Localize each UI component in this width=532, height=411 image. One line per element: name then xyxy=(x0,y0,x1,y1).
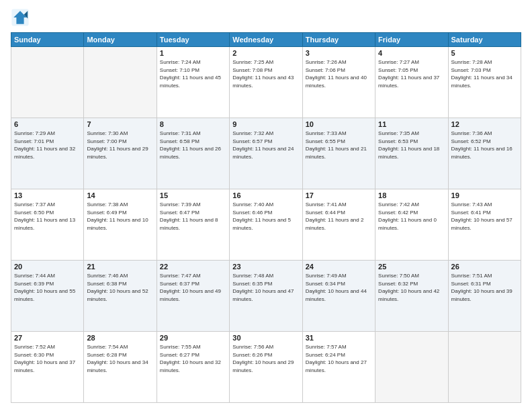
day-info: Sunrise: 7:47 AMSunset: 6:37 PMDaylight:… xyxy=(160,272,226,303)
day-number: 23 xyxy=(232,263,299,271)
page: Sunday Monday Tuesday Wednesday Thursday… xyxy=(0,0,532,411)
calendar-cell: 27Sunrise: 7:52 AMSunset: 6:30 PMDayligh… xyxy=(11,332,84,403)
calendar-cell: 29Sunrise: 7:55 AMSunset: 6:27 PMDayligh… xyxy=(157,332,229,403)
calendar-cell: 1Sunrise: 7:24 AMSunset: 7:10 PMDaylight… xyxy=(157,47,229,118)
day-number: 6 xyxy=(14,120,81,128)
day-number: 8 xyxy=(160,120,226,128)
day-number: 1 xyxy=(160,49,226,57)
day-info: Sunrise: 7:25 AMSunset: 7:08 PMDaylight:… xyxy=(232,58,299,89)
day-number: 19 xyxy=(451,191,518,199)
day-number: 18 xyxy=(378,191,445,199)
day-number: 2 xyxy=(232,49,299,57)
calendar-cell: 23Sunrise: 7:48 AMSunset: 6:35 PMDayligh… xyxy=(230,261,302,332)
calendar-cell: 9Sunrise: 7:32 AMSunset: 6:57 PMDaylight… xyxy=(230,118,302,189)
calendar-cell: 13Sunrise: 7:37 AMSunset: 6:50 PMDayligh… xyxy=(11,189,84,261)
day-info: Sunrise: 7:39 AMSunset: 6:47 PMDaylight:… xyxy=(160,201,226,232)
calendar-cell: 15Sunrise: 7:39 AMSunset: 6:47 PMDayligh… xyxy=(157,189,229,261)
calendar-cell xyxy=(375,332,448,403)
calendar-cell: 31Sunrise: 7:57 AMSunset: 6:24 PMDayligh… xyxy=(302,332,375,403)
day-number: 11 xyxy=(378,120,445,128)
calendar-cell: 7Sunrise: 7:30 AMSunset: 7:00 PMDaylight… xyxy=(84,118,157,189)
calendar-week-row: 1Sunrise: 7:24 AMSunset: 7:10 PMDaylight… xyxy=(11,47,521,118)
day-number: 9 xyxy=(232,120,299,128)
day-number: 15 xyxy=(160,191,226,199)
logo-icon xyxy=(11,8,30,27)
calendar: Sunday Monday Tuesday Wednesday Thursday… xyxy=(11,32,521,403)
col-tuesday: Tuesday xyxy=(157,33,229,47)
calendar-cell: 22Sunrise: 7:47 AMSunset: 6:37 PMDayligh… xyxy=(157,261,229,332)
calendar-cell: 18Sunrise: 7:42 AMSunset: 6:42 PMDayligh… xyxy=(375,189,448,261)
col-thursday: Thursday xyxy=(302,33,375,47)
calendar-cell: 11Sunrise: 7:35 AMSunset: 6:53 PMDayligh… xyxy=(375,118,448,189)
day-info: Sunrise: 7:46 AMSunset: 6:38 PMDaylight:… xyxy=(87,272,153,303)
calendar-cell: 19Sunrise: 7:43 AMSunset: 6:41 PMDayligh… xyxy=(448,189,521,261)
day-info: Sunrise: 7:26 AMSunset: 7:06 PMDaylight:… xyxy=(306,58,372,89)
calendar-cell: 4Sunrise: 7:27 AMSunset: 7:05 PMDaylight… xyxy=(375,47,448,118)
calendar-cell: 25Sunrise: 7:50 AMSunset: 6:32 PMDayligh… xyxy=(375,261,448,332)
col-saturday: Saturday xyxy=(448,33,521,47)
day-info: Sunrise: 7:54 AMSunset: 6:28 PMDaylight:… xyxy=(87,343,153,374)
day-number: 12 xyxy=(451,120,518,128)
calendar-header-row: Sunday Monday Tuesday Wednesday Thursday… xyxy=(11,33,521,47)
day-info: Sunrise: 7:41 AMSunset: 6:44 PMDaylight:… xyxy=(306,201,372,232)
day-info: Sunrise: 7:44 AMSunset: 6:39 PMDaylight:… xyxy=(14,272,81,303)
col-wednesday: Wednesday xyxy=(230,33,302,47)
day-number: 27 xyxy=(14,334,81,342)
day-number: 28 xyxy=(87,334,153,342)
day-info: Sunrise: 7:35 AMSunset: 6:53 PMDaylight:… xyxy=(378,130,445,161)
calendar-cell: 3Sunrise: 7:26 AMSunset: 7:06 PMDaylight… xyxy=(302,47,375,118)
calendar-cell: 24Sunrise: 7:49 AMSunset: 6:34 PMDayligh… xyxy=(302,261,375,332)
calendar-cell: 26Sunrise: 7:51 AMSunset: 6:31 PMDayligh… xyxy=(448,261,521,332)
day-info: Sunrise: 7:57 AMSunset: 6:24 PMDaylight:… xyxy=(306,343,372,374)
day-number: 13 xyxy=(14,191,81,199)
calendar-cell: 10Sunrise: 7:33 AMSunset: 6:55 PMDayligh… xyxy=(302,118,375,189)
day-number: 4 xyxy=(378,49,445,57)
calendar-cell: 2Sunrise: 7:25 AMSunset: 7:08 PMDaylight… xyxy=(230,47,302,118)
day-info: Sunrise: 7:51 AMSunset: 6:31 PMDaylight:… xyxy=(451,272,518,303)
day-info: Sunrise: 7:31 AMSunset: 6:58 PMDaylight:… xyxy=(160,130,226,161)
day-number: 22 xyxy=(160,263,226,271)
day-number: 29 xyxy=(160,334,226,342)
calendar-cell xyxy=(84,47,157,118)
day-info: Sunrise: 7:33 AMSunset: 6:55 PMDaylight:… xyxy=(306,130,372,161)
day-number: 10 xyxy=(306,120,372,128)
day-number: 5 xyxy=(451,49,518,57)
day-info: Sunrise: 7:30 AMSunset: 7:00 PMDaylight:… xyxy=(87,130,153,161)
day-info: Sunrise: 7:40 AMSunset: 6:46 PMDaylight:… xyxy=(232,201,299,232)
day-number: 25 xyxy=(378,263,445,271)
calendar-cell: 21Sunrise: 7:46 AMSunset: 6:38 PMDayligh… xyxy=(84,261,157,332)
calendar-week-row: 27Sunrise: 7:52 AMSunset: 6:30 PMDayligh… xyxy=(11,332,521,403)
day-number: 17 xyxy=(306,191,372,199)
calendar-cell: 14Sunrise: 7:38 AMSunset: 6:49 PMDayligh… xyxy=(84,189,157,261)
day-info: Sunrise: 7:24 AMSunset: 7:10 PMDaylight:… xyxy=(160,58,226,89)
day-number: 21 xyxy=(87,263,153,271)
calendar-cell: 5Sunrise: 7:28 AMSunset: 7:03 PMDaylight… xyxy=(448,47,521,118)
header xyxy=(11,8,521,27)
calendar-cell: 30Sunrise: 7:56 AMSunset: 6:26 PMDayligh… xyxy=(230,332,302,403)
calendar-cell: 8Sunrise: 7:31 AMSunset: 6:58 PMDaylight… xyxy=(157,118,229,189)
day-number: 3 xyxy=(306,49,372,57)
day-info: Sunrise: 7:50 AMSunset: 6:32 PMDaylight:… xyxy=(378,272,445,303)
day-info: Sunrise: 7:32 AMSunset: 6:57 PMDaylight:… xyxy=(232,130,299,161)
calendar-cell xyxy=(11,47,84,118)
day-number: 14 xyxy=(87,191,153,199)
calendar-cell: 6Sunrise: 7:29 AMSunset: 7:01 PMDaylight… xyxy=(11,118,84,189)
calendar-week-row: 13Sunrise: 7:37 AMSunset: 6:50 PMDayligh… xyxy=(11,189,521,261)
day-info: Sunrise: 7:56 AMSunset: 6:26 PMDaylight:… xyxy=(232,343,299,374)
day-number: 16 xyxy=(232,191,299,199)
day-number: 31 xyxy=(306,334,372,342)
day-info: Sunrise: 7:43 AMSunset: 6:41 PMDaylight:… xyxy=(451,201,518,232)
calendar-cell: 12Sunrise: 7:36 AMSunset: 6:52 PMDayligh… xyxy=(448,118,521,189)
calendar-cell xyxy=(448,332,521,403)
calendar-week-row: 20Sunrise: 7:44 AMSunset: 6:39 PMDayligh… xyxy=(11,261,521,332)
day-info: Sunrise: 7:36 AMSunset: 6:52 PMDaylight:… xyxy=(451,130,518,161)
col-monday: Monday xyxy=(84,33,157,47)
calendar-cell: 28Sunrise: 7:54 AMSunset: 6:28 PMDayligh… xyxy=(84,332,157,403)
col-friday: Friday xyxy=(375,33,448,47)
day-info: Sunrise: 7:52 AMSunset: 6:30 PMDaylight:… xyxy=(14,343,81,374)
day-info: Sunrise: 7:38 AMSunset: 6:49 PMDaylight:… xyxy=(87,201,153,232)
day-info: Sunrise: 7:48 AMSunset: 6:35 PMDaylight:… xyxy=(232,272,299,303)
day-info: Sunrise: 7:29 AMSunset: 7:01 PMDaylight:… xyxy=(14,130,81,161)
day-info: Sunrise: 7:49 AMSunset: 6:34 PMDaylight:… xyxy=(306,272,372,303)
day-info: Sunrise: 7:37 AMSunset: 6:50 PMDaylight:… xyxy=(14,201,81,232)
